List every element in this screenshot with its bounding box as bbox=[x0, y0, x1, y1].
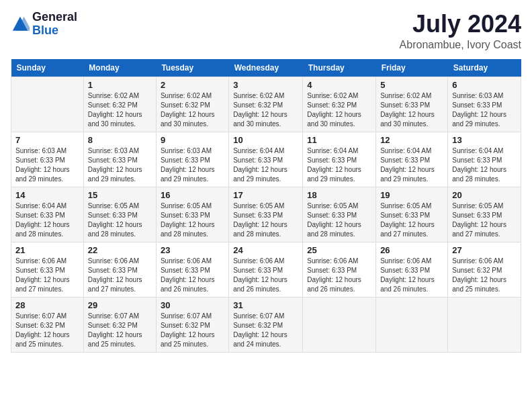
calendar-cell: 10Sunrise: 6:04 AMSunset: 6:33 PMDayligh… bbox=[229, 132, 303, 187]
day-number: 7 bbox=[15, 135, 79, 145]
logo-general-text: General bbox=[32, 10, 77, 24]
day-info: Sunrise: 6:03 AMSunset: 6:33 PMDaylight:… bbox=[161, 146, 224, 184]
day-info: Sunrise: 6:02 AMSunset: 6:32 PMDaylight:… bbox=[307, 91, 371, 129]
column-header-sunday: Sunday bbox=[11, 59, 84, 77]
calendar-cell: 19Sunrise: 6:05 AMSunset: 6:33 PMDayligh… bbox=[376, 187, 448, 242]
calendar-cell: 27Sunrise: 6:06 AMSunset: 6:32 PMDayligh… bbox=[448, 242, 521, 297]
day-info: Sunrise: 6:04 AMSunset: 6:33 PMDaylight:… bbox=[380, 146, 443, 184]
calendar-cell: 25Sunrise: 6:06 AMSunset: 6:33 PMDayligh… bbox=[303, 242, 376, 297]
day-info: Sunrise: 6:02 AMSunset: 6:32 PMDaylight:… bbox=[233, 91, 298, 129]
day-info: Sunrise: 6:03 AMSunset: 6:33 PMDaylight:… bbox=[452, 91, 517, 129]
day-info: Sunrise: 6:02 AMSunset: 6:33 PMDaylight:… bbox=[380, 91, 443, 129]
calendar-cell: 20Sunrise: 6:05 AMSunset: 6:33 PMDayligh… bbox=[448, 187, 521, 242]
calendar-cell bbox=[448, 297, 521, 352]
day-number: 31 bbox=[233, 300, 298, 310]
day-number: 11 bbox=[307, 135, 371, 145]
day-info: Sunrise: 6:07 AMSunset: 6:32 PMDaylight:… bbox=[233, 312, 298, 349]
calendar-cell: 31Sunrise: 6:07 AMSunset: 6:32 PMDayligh… bbox=[229, 297, 303, 352]
day-number: 26 bbox=[380, 245, 443, 255]
day-info: Sunrise: 6:06 AMSunset: 6:33 PMDaylight:… bbox=[15, 257, 79, 294]
day-info: Sunrise: 6:05 AMSunset: 6:33 PMDaylight:… bbox=[88, 201, 152, 239]
day-info: Sunrise: 6:07 AMSunset: 6:32 PMDaylight:… bbox=[15, 312, 79, 349]
day-number: 23 bbox=[161, 245, 224, 255]
logo-icon bbox=[11, 15, 30, 34]
day-info: Sunrise: 6:06 AMSunset: 6:33 PMDaylight:… bbox=[307, 257, 371, 294]
day-number: 4 bbox=[307, 80, 371, 90]
day-number: 14 bbox=[15, 190, 79, 200]
calendar-cell: 22Sunrise: 6:06 AMSunset: 6:33 PMDayligh… bbox=[83, 242, 156, 297]
day-number: 25 bbox=[307, 245, 371, 255]
day-number: 29 bbox=[88, 300, 152, 310]
day-number: 17 bbox=[233, 190, 298, 200]
day-number: 6 bbox=[452, 80, 517, 90]
calendar-cell: 2Sunrise: 6:02 AMSunset: 6:32 PMDaylight… bbox=[156, 77, 228, 132]
week-row-2: 7Sunrise: 6:03 AMSunset: 6:33 PMDaylight… bbox=[11, 132, 521, 187]
day-info: Sunrise: 6:06 AMSunset: 6:33 PMDaylight:… bbox=[380, 257, 443, 294]
calendar-cell: 11Sunrise: 6:04 AMSunset: 6:33 PMDayligh… bbox=[303, 132, 376, 187]
day-number: 15 bbox=[88, 190, 152, 200]
day-info: Sunrise: 6:04 AMSunset: 6:33 PMDaylight:… bbox=[233, 146, 298, 184]
day-number: 19 bbox=[380, 190, 443, 200]
calendar-cell bbox=[11, 77, 84, 132]
calendar-cell: 5Sunrise: 6:02 AMSunset: 6:33 PMDaylight… bbox=[376, 77, 448, 132]
day-info: Sunrise: 6:03 AMSunset: 6:33 PMDaylight:… bbox=[15, 146, 79, 184]
calendar-cell: 15Sunrise: 6:05 AMSunset: 6:33 PMDayligh… bbox=[83, 187, 156, 242]
title-area: July 2024 Abronambue, Ivory Coast bbox=[400, 11, 521, 51]
column-header-wednesday: Wednesday bbox=[229, 59, 303, 77]
day-number: 9 bbox=[161, 135, 224, 145]
day-info: Sunrise: 6:02 AMSunset: 6:32 PMDaylight:… bbox=[161, 91, 224, 129]
calendar-cell: 21Sunrise: 6:06 AMSunset: 6:33 PMDayligh… bbox=[11, 242, 84, 297]
calendar-cell: 18Sunrise: 6:05 AMSunset: 6:33 PMDayligh… bbox=[303, 187, 376, 242]
week-row-4: 21Sunrise: 6:06 AMSunset: 6:33 PMDayligh… bbox=[11, 242, 521, 297]
calendar-cell: 1Sunrise: 6:02 AMSunset: 6:32 PMDaylight… bbox=[83, 77, 156, 132]
calendar-cell: 30Sunrise: 6:07 AMSunset: 6:32 PMDayligh… bbox=[156, 297, 228, 352]
page-header: General Blue July 2024 Abronambue, Ivory… bbox=[11, 11, 521, 51]
week-row-1: 1Sunrise: 6:02 AMSunset: 6:32 PMDaylight… bbox=[11, 77, 521, 132]
calendar-cell: 3Sunrise: 6:02 AMSunset: 6:32 PMDaylight… bbox=[229, 77, 303, 132]
day-info: Sunrise: 6:03 AMSunset: 6:33 PMDaylight:… bbox=[88, 146, 152, 184]
day-info: Sunrise: 6:05 AMSunset: 6:33 PMDaylight:… bbox=[161, 201, 224, 239]
day-number: 2 bbox=[161, 80, 224, 90]
calendar-cell: 16Sunrise: 6:05 AMSunset: 6:33 PMDayligh… bbox=[156, 187, 228, 242]
day-number: 16 bbox=[161, 190, 224, 200]
calendar-cell: 8Sunrise: 6:03 AMSunset: 6:33 PMDaylight… bbox=[83, 132, 156, 187]
week-row-3: 14Sunrise: 6:04 AMSunset: 6:33 PMDayligh… bbox=[11, 187, 521, 242]
week-row-5: 28Sunrise: 6:07 AMSunset: 6:32 PMDayligh… bbox=[11, 297, 521, 352]
day-number: 13 bbox=[452, 135, 517, 145]
day-number: 21 bbox=[15, 245, 79, 255]
day-info: Sunrise: 6:06 AMSunset: 6:32 PMDaylight:… bbox=[452, 257, 517, 294]
logo-blue-text: Blue bbox=[32, 24, 58, 37]
day-number: 20 bbox=[452, 190, 517, 200]
calendar-table: SundayMondayTuesdayWednesdayThursdayFrid… bbox=[11, 59, 521, 353]
day-number: 27 bbox=[452, 245, 517, 255]
day-number: 22 bbox=[88, 245, 152, 255]
calendar-cell: 9Sunrise: 6:03 AMSunset: 6:33 PMDaylight… bbox=[156, 132, 228, 187]
column-header-tuesday: Tuesday bbox=[156, 59, 228, 77]
column-header-thursday: Thursday bbox=[303, 59, 376, 77]
column-header-monday: Monday bbox=[83, 59, 156, 77]
day-info: Sunrise: 6:04 AMSunset: 6:33 PMDaylight:… bbox=[15, 201, 79, 239]
calendar-cell: 29Sunrise: 6:07 AMSunset: 6:32 PMDayligh… bbox=[83, 297, 156, 352]
day-number: 1 bbox=[88, 80, 152, 90]
logo: General Blue bbox=[11, 11, 77, 38]
day-number: 3 bbox=[233, 80, 298, 90]
day-info: Sunrise: 6:05 AMSunset: 6:33 PMDaylight:… bbox=[452, 201, 517, 239]
day-number: 30 bbox=[161, 300, 224, 310]
calendar-cell bbox=[303, 297, 376, 352]
calendar-cell: 14Sunrise: 6:04 AMSunset: 6:33 PMDayligh… bbox=[11, 187, 84, 242]
calendar-cell: 6Sunrise: 6:03 AMSunset: 6:33 PMDaylight… bbox=[448, 77, 521, 132]
day-number: 8 bbox=[88, 135, 152, 145]
day-info: Sunrise: 6:06 AMSunset: 6:33 PMDaylight:… bbox=[233, 257, 298, 294]
calendar-cell: 13Sunrise: 6:04 AMSunset: 6:33 PMDayligh… bbox=[448, 132, 521, 187]
header-row: SundayMondayTuesdayWednesdayThursdayFrid… bbox=[11, 59, 521, 77]
day-info: Sunrise: 6:07 AMSunset: 6:32 PMDaylight:… bbox=[161, 312, 224, 349]
calendar-cell: 24Sunrise: 6:06 AMSunset: 6:33 PMDayligh… bbox=[229, 242, 303, 297]
calendar-cell: 7Sunrise: 6:03 AMSunset: 6:33 PMDaylight… bbox=[11, 132, 84, 187]
subtitle: Abronambue, Ivory Coast bbox=[400, 39, 521, 51]
calendar-cell: 4Sunrise: 6:02 AMSunset: 6:32 PMDaylight… bbox=[303, 77, 376, 132]
column-header-friday: Friday bbox=[376, 59, 448, 77]
day-number: 18 bbox=[307, 190, 371, 200]
calendar-cell bbox=[376, 297, 448, 352]
day-info: Sunrise: 6:05 AMSunset: 6:33 PMDaylight:… bbox=[380, 201, 443, 239]
column-header-saturday: Saturday bbox=[448, 59, 521, 77]
